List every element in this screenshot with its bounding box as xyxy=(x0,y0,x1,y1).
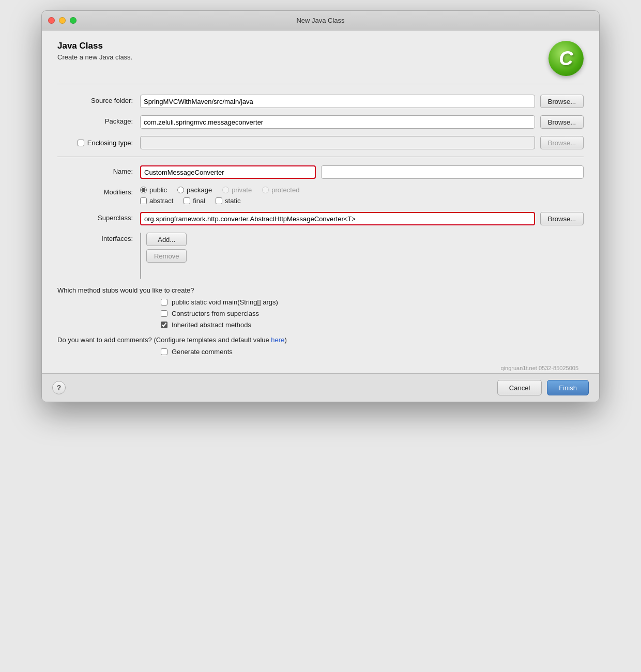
minimize-button[interactable] xyxy=(59,17,66,24)
modifier-static-label: static xyxy=(225,197,240,205)
modifier-protected-label: protected xyxy=(271,186,299,194)
stub-inherited-checkbox[interactable] xyxy=(161,322,167,328)
modifiers-group: public package private protected xyxy=(140,186,299,205)
dialog-title: Java Class xyxy=(57,41,132,51)
bottom-buttons: Cancel Finish xyxy=(497,380,589,395)
stubs-options: public static void main(String[] args) C… xyxy=(57,298,584,329)
package-control: Browse... xyxy=(140,115,584,129)
modifier-public-radio[interactable] xyxy=(140,187,147,193)
enclosing-type-browse-button[interactable]: Browse... xyxy=(540,136,584,149)
watermark: qingruan1t.net 0532-85025005 xyxy=(57,363,584,373)
stub-constructors-option[interactable]: Constructors from superclass xyxy=(161,310,584,317)
maximize-button[interactable] xyxy=(70,17,77,24)
enclosing-type-input[interactable] xyxy=(140,136,535,149)
comments-option: Generate comments xyxy=(57,348,584,356)
enclosing-checkbox-area: Enclosing type: xyxy=(57,139,140,147)
logo-icon: C xyxy=(548,41,584,76)
source-folder-row: Source folder: Browse... xyxy=(57,95,584,108)
name-label: Name: xyxy=(57,165,140,175)
superclass-control: Browse... xyxy=(140,212,584,225)
stub-main-checkbox[interactable] xyxy=(161,299,167,306)
modifier-static-option[interactable]: static xyxy=(216,197,240,205)
modifier-final-option[interactable]: final xyxy=(184,197,205,205)
stub-main-label: public static void main(String[] args) xyxy=(172,298,278,306)
comments-question: Do you want to add comments? (Configure … xyxy=(57,336,584,344)
header-left: Java Class Create a new Java class. xyxy=(57,41,132,61)
generate-comments-option[interactable]: Generate comments xyxy=(161,348,233,356)
superclass-label: Superclass: xyxy=(57,212,140,222)
modifier-final-checkbox[interactable] xyxy=(184,197,190,204)
stub-constructors-label: Constructors from superclass xyxy=(172,310,259,317)
enclosing-type-row: Enclosing type: Browse... xyxy=(57,136,584,149)
window-title: New Java Class xyxy=(296,17,344,24)
stub-inherited-option[interactable]: Inherited abstract methods xyxy=(161,321,584,329)
stubs-question: Which method stubs would you like to cre… xyxy=(57,286,584,294)
enclosing-type-label: Enclosing type: xyxy=(87,139,133,147)
generate-comments-checkbox[interactable] xyxy=(161,348,167,355)
modifier-abstract-checkbox[interactable] xyxy=(140,197,147,204)
comments-here-link[interactable]: here xyxy=(271,336,284,344)
stub-inherited-label: Inherited abstract methods xyxy=(172,321,251,329)
title-bar: New Java Class xyxy=(42,11,599,30)
generate-comments-label: Generate comments xyxy=(172,348,233,356)
interfaces-add-button[interactable]: Add... xyxy=(146,233,187,246)
help-button[interactable]: ? xyxy=(52,381,66,394)
enclosing-type-control: Browse... xyxy=(140,136,584,149)
name-row: Name: xyxy=(57,165,584,179)
interfaces-area: Add... Remove xyxy=(140,233,187,279)
modifiers-checkbox-row: abstract final static xyxy=(140,197,299,205)
modifier-private-label: private xyxy=(232,186,252,194)
modifier-public-option[interactable]: public xyxy=(140,186,167,194)
source-folder-input[interactable] xyxy=(140,95,535,108)
dialog-content: Java Class Create a new Java class. C So… xyxy=(42,30,599,373)
modifier-package-option[interactable]: package xyxy=(177,186,212,194)
separator-1 xyxy=(57,157,584,157)
logo-letter: C xyxy=(559,49,573,68)
modifier-private-radio[interactable] xyxy=(222,187,229,193)
modifier-private-option[interactable]: private xyxy=(222,186,252,194)
stubs-section: Which method stubs would you like to cre… xyxy=(57,286,584,329)
source-folder-control: Browse... xyxy=(140,95,584,108)
enclosing-type-checkbox[interactable] xyxy=(78,140,84,146)
comments-suffix: ) xyxy=(284,336,286,344)
modifier-final-label: final xyxy=(193,197,205,205)
source-folder-label: Source folder: xyxy=(57,95,140,104)
modifier-protected-radio[interactable] xyxy=(262,187,269,193)
interfaces-buttons: Add... Remove xyxy=(146,233,187,263)
cancel-button[interactable]: Cancel xyxy=(497,380,542,395)
package-input[interactable] xyxy=(140,115,535,129)
name-input[interactable] xyxy=(140,165,316,179)
dialog-window: New Java Class Java Class Create a new J… xyxy=(41,10,600,402)
bottom-bar: ? Cancel Finish xyxy=(42,373,599,402)
stub-main-option[interactable]: public static void main(String[] args) xyxy=(161,298,584,306)
interfaces-row: Interfaces: Add... Remove xyxy=(57,233,584,279)
superclass-row: Superclass: Browse... xyxy=(57,212,584,225)
modifier-abstract-option[interactable]: abstract xyxy=(140,197,173,205)
dialog-subtitle: Create a new Java class. xyxy=(57,53,132,61)
superclass-browse-button[interactable]: Browse... xyxy=(540,212,584,225)
modifiers-row: Modifiers: public package private xyxy=(57,186,584,205)
superclass-input[interactable] xyxy=(140,212,535,225)
finish-button[interactable]: Finish xyxy=(547,380,589,395)
title-bar-buttons xyxy=(48,17,77,24)
name-control xyxy=(140,165,584,179)
modifier-package-label: package xyxy=(187,186,212,194)
header-section: Java Class Create a new Java class. C xyxy=(57,41,584,84)
package-row: Package: Browse... xyxy=(57,115,584,129)
interfaces-remove-button: Remove xyxy=(146,249,187,263)
close-button[interactable] xyxy=(48,17,55,24)
modifier-public-label: public xyxy=(149,186,167,194)
comments-prefix: Do you want to add comments? (Configure … xyxy=(57,336,271,344)
comments-section: Do you want to add comments? (Configure … xyxy=(57,336,584,356)
interfaces-list xyxy=(140,233,141,279)
package-browse-button[interactable]: Browse... xyxy=(540,115,584,129)
name-input-extra[interactable] xyxy=(321,165,584,179)
package-label: Package: xyxy=(57,115,140,125)
stub-constructors-checkbox[interactable] xyxy=(161,310,167,317)
source-folder-browse-button[interactable]: Browse... xyxy=(540,95,584,108)
modifiers-radio-row: public package private protected xyxy=(140,186,299,194)
modifier-protected-option[interactable]: protected xyxy=(262,186,299,194)
modifier-abstract-label: abstract xyxy=(149,197,173,205)
modifier-package-radio[interactable] xyxy=(177,187,184,193)
modifier-static-checkbox[interactable] xyxy=(216,197,222,204)
